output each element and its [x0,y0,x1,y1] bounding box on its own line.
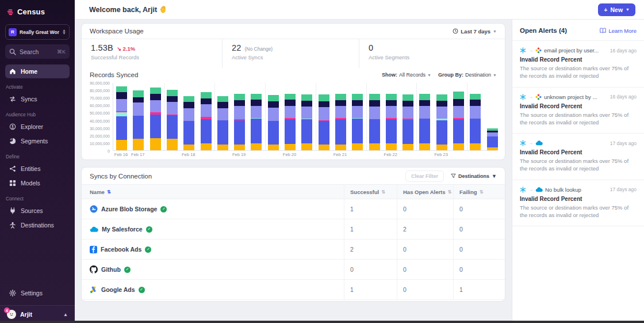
stat-note: (No Change) [245,46,273,52]
sidebar-item-explorer[interactable]: Explorer [5,120,70,134]
workspace-selector[interactable]: R Really Great Worksp... ▲▼ [5,24,70,40]
chart-bar[interactable] [116,86,127,150]
column-header-successful[interactable]: Successful ⇅ [344,185,397,199]
sidebar-item-home[interactable]: Home [5,64,70,78]
learn-more-link[interactable]: Learn More [600,28,637,34]
chart-bar[interactable] [167,90,178,150]
group-by-dropdown[interactable]: Group By: Destination ▼ [438,72,497,78]
chevron-down-icon: ▼ [626,7,630,12]
table-row[interactable]: Facebook Ads✓200 [82,240,505,260]
bar-segment-green [453,92,464,99]
bar-segment-blue [419,119,430,143]
sidebar-item-label: Settings [21,290,43,297]
chart-bar[interactable] [419,94,430,150]
chart-bar[interactable] [369,94,380,150]
sidebar-item-segments[interactable]: Segments [5,134,70,148]
census-logo[interactable]: Census [0,0,75,22]
bar-segment-green [234,94,245,100]
chart-bar[interactable] [234,94,245,150]
alert-type: Invalid Record Percent [520,103,637,109]
chart-bar[interactable] [319,94,329,150]
bar-segment-navy [402,101,413,107]
table-row[interactable]: My Salesforce✓120 [82,219,505,240]
chevron-down-icon: ▼ [492,173,497,179]
chart-bar[interactable] [487,128,498,150]
column-header-name[interactable]: Name ⇅ [82,185,344,199]
chart-bar[interactable] [133,90,144,150]
workspace-usage-title: Workspace Usage [90,28,144,35]
table-row[interactable]: Azure Blob Storage✓100 [82,199,505,219]
chart-bar[interactable] [386,94,397,150]
alert-type: Invalid Record Percent [520,149,637,155]
bar-segment-blue [335,119,346,144]
show-value: All Records [399,72,425,78]
search-input[interactable]: Search ⌘K [5,44,70,59]
alert-item[interactable]: →email project by user...16 days agoInva… [512,41,644,88]
bar-segment-green [470,94,481,100]
bar-segment-green [268,95,279,101]
bar-segment-navy [470,100,481,106]
chart-bar[interactable] [352,94,363,150]
chart-gridline [164,83,164,150]
date-range-dropdown[interactable]: Last 7 days ▼ [453,28,497,35]
alert-item[interactable]: →17 days agoInvalid Record PercentThe so… [512,134,644,180]
show-dropdown[interactable]: Show: All Records ▼ [382,72,431,78]
chart-bar[interactable] [268,95,279,150]
chart-bar[interactable] [301,94,312,150]
table-row[interactable]: Github✓000 [82,260,505,280]
filter-value: Destinations [458,173,489,179]
sidebar-item-settings[interactable]: Settings [5,286,70,300]
chart-bar[interactable] [436,94,447,150]
new-button[interactable]: + New ▼ [598,3,635,16]
bar-segment-navy [234,100,245,106]
bar-segment-green [335,94,346,100]
chart-bar[interactable] [183,96,194,150]
sidebar-item-syncs[interactable]: Syncs [5,92,70,106]
alert-time: 17 days ago [610,187,637,192]
bar-segment-blue [487,136,498,147]
bar-segment-periwinkle [217,108,228,121]
chart-bar[interactable] [470,94,481,150]
alert-item[interactable]: →unknown project by ...16 days agoInvali… [512,88,644,134]
alert-item[interactable]: →No bulk lookup17 days agoInvalid Record… [512,180,644,227]
chart-bar[interactable] [201,92,212,150]
bar-segment-periwinkle [470,106,481,119]
bar-segment-amber [285,144,296,150]
syncs-icon [9,96,16,102]
sidebar-item-sources[interactable]: Sources [5,204,70,218]
waving-hand-icon [160,6,167,13]
x-tick-label: Feb 23 [435,152,448,157]
bar-segment-periwinkle [285,106,296,118]
bar-segment-blue [201,119,212,143]
chart-bar[interactable] [335,94,346,150]
bar-segment-periwinkle [436,107,447,119]
bar-segment-green [183,96,194,102]
bar-segment-navy [285,100,296,105]
bar-segment-periwinkle [352,106,363,118]
chart-bar[interactable] [402,94,413,150]
chart-bar[interactable] [150,88,161,150]
chart-bar[interactable] [453,92,464,150]
chart-bar[interactable] [217,96,228,150]
clear-filter-button[interactable]: Clear Filter [405,170,444,182]
date-range-value: Last 7 days [461,28,490,35]
chart-bar[interactable] [285,94,296,150]
connection-name: Google Ads [101,286,135,293]
sidebar-item-models[interactable]: Models [5,176,70,190]
sidebar-item-destinations[interactable]: Destinations [5,218,70,232]
chevron-down-icon: ▼ [493,29,497,33]
sidebar-item-entities[interactable]: Entities [5,162,70,176]
column-header-failing[interactable]: Failing ⇅ [453,185,505,199]
open-alerts-cell: 0 [397,280,453,299]
x-tick-label: Feb 18 [182,152,195,157]
arrow-right-icon: → [528,140,533,146]
section-label-define: Define [0,149,75,162]
bar-segment-blue [251,119,262,143]
bar-segment-blue [436,120,447,145]
table-row[interactable]: Google Ads✓101 [82,280,505,300]
bar-segment-green [133,90,144,97]
column-header-has-open-alerts[interactable]: Has Open Alerts ⇅ [397,185,453,199]
bar-segment-amber [352,143,363,150]
chart-bar[interactable] [251,94,262,150]
destinations-filter-dropdown[interactable]: Destinations ▼ [451,173,497,179]
